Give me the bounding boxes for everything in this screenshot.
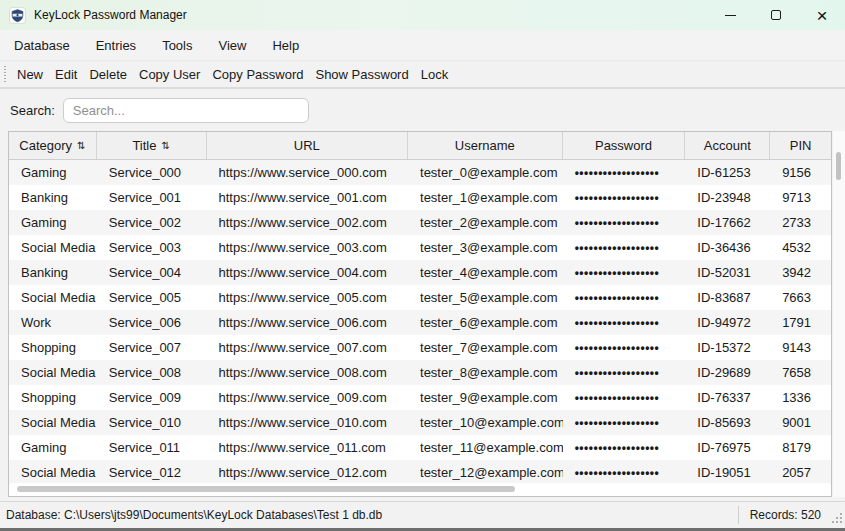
- cell-category: Social Media: [9, 465, 97, 480]
- cell-password: ••••••••••••••••••: [563, 441, 686, 455]
- cell-category: Gaming: [9, 215, 97, 230]
- vertical-scrollbar[interactable]: [833, 131, 845, 497]
- menubar: DatabaseEntriesToolsViewHelp: [0, 30, 845, 60]
- toolbar-lock-button[interactable]: Lock: [415, 63, 454, 86]
- cell-url: https://www.service_004.com: [207, 265, 408, 280]
- close-button[interactable]: ×: [799, 0, 845, 30]
- cell-category: Shopping: [9, 390, 97, 405]
- sort-icon: ⇅: [161, 140, 169, 151]
- search-label: Search:: [10, 103, 55, 118]
- cell-title: Service_000: [97, 165, 207, 180]
- table-row[interactable]: BankingService_001https://www.service_00…: [9, 185, 831, 210]
- table-row[interactable]: Social MediaService_012https://www.servi…: [9, 460, 831, 485]
- column-label: Title: [132, 138, 156, 153]
- cell-category: Social Media: [9, 415, 97, 430]
- menu-database[interactable]: Database: [2, 32, 82, 59]
- cell-title: Service_005: [97, 290, 207, 305]
- entries-table: Category⇅Title⇅URLUsernamePasswordAccoun…: [8, 131, 832, 497]
- menu-view[interactable]: View: [206, 32, 258, 59]
- column-label: Category: [19, 138, 72, 153]
- column-header-category[interactable]: Category⇅: [9, 132, 97, 159]
- table-row[interactable]: GamingService_000https://www.service_000…: [9, 160, 831, 185]
- table-row[interactable]: Social MediaService_003https://www.servi…: [9, 235, 831, 260]
- cell-username: tester_6@example.com: [408, 315, 563, 330]
- toolbar-copy-user-button[interactable]: Copy User: [133, 63, 206, 86]
- table-row[interactable]: GamingService_011https://www.service_011…: [9, 435, 831, 460]
- cell-pin: 8179: [770, 440, 831, 455]
- menu-entries[interactable]: Entries: [84, 32, 148, 59]
- horizontal-scrollbar[interactable]: [10, 483, 830, 495]
- cell-password: ••••••••••••••••••: [563, 466, 686, 480]
- cell-category: Social Media: [9, 290, 97, 305]
- cell-title: Service_010: [97, 415, 207, 430]
- cell-pin: 7663: [770, 290, 831, 305]
- column-header-account[interactable]: Account: [685, 132, 770, 159]
- toolbar-delete-button[interactable]: Delete: [83, 63, 133, 86]
- minimize-button[interactable]: [707, 0, 753, 30]
- cell-category: Social Media: [9, 365, 97, 380]
- resize-grip-icon[interactable]: [831, 502, 845, 528]
- table-row[interactable]: BankingService_004https://www.service_00…: [9, 260, 831, 285]
- cell-password: ••••••••••••••••••: [563, 266, 686, 280]
- search-input[interactable]: [63, 98, 309, 123]
- cell-title: Service_002: [97, 215, 207, 230]
- cell-pin: 1336: [770, 390, 831, 405]
- cell-title: Service_011: [97, 440, 207, 455]
- column-label: PIN: [790, 138, 812, 153]
- cell-username: tester_12@example.com: [408, 465, 563, 480]
- cell-username: tester_1@example.com: [408, 190, 563, 205]
- titlebar: KeyLock Password Manager ×: [0, 0, 845, 30]
- column-header-password[interactable]: Password: [563, 132, 686, 159]
- cell-account: ID-19051: [685, 465, 770, 480]
- cell-title: Service_008: [97, 365, 207, 380]
- cell-password: ••••••••••••••••••: [563, 366, 686, 380]
- table-row[interactable]: Social MediaService_005https://www.servi…: [9, 285, 831, 310]
- table-row[interactable]: GamingService_002https://www.service_002…: [9, 210, 831, 235]
- cell-password: ••••••••••••••••••: [563, 416, 686, 430]
- column-label: Account: [704, 138, 751, 153]
- cell-username: tester_10@example.com: [408, 415, 563, 430]
- table-header-row: Category⇅Title⇅URLUsernamePasswordAccoun…: [9, 132, 831, 160]
- toolbar-edit-button[interactable]: Edit: [49, 63, 83, 86]
- toolbar-gripper-icon[interactable]: [4, 66, 6, 83]
- cell-url: https://www.service_001.com: [207, 190, 408, 205]
- cell-username: tester_4@example.com: [408, 265, 563, 280]
- table-row[interactable]: ShoppingService_007https://www.service_0…: [9, 335, 831, 360]
- column-label: Username: [455, 138, 515, 153]
- table-row[interactable]: Social MediaService_008https://www.servi…: [9, 360, 831, 385]
- table-row[interactable]: Social MediaService_010https://www.servi…: [9, 410, 831, 435]
- cell-username: tester_3@example.com: [408, 240, 563, 255]
- column-header-username[interactable]: Username: [408, 132, 563, 159]
- cell-title: Service_007: [97, 340, 207, 355]
- cell-title: Service_003: [97, 240, 207, 255]
- maximize-icon: [771, 10, 781, 20]
- statusbar: Database: C:\Users\jts99\Documents\KeyLo…: [0, 501, 845, 528]
- cell-username: tester_11@example.com: [408, 440, 563, 455]
- toolbar-new-button[interactable]: New: [11, 63, 49, 86]
- table-row[interactable]: WorkService_006https://www.service_006.c…: [9, 310, 831, 335]
- cell-account: ID-61253: [685, 165, 770, 180]
- cell-account: ID-17662: [685, 215, 770, 230]
- cell-password: ••••••••••••••••••: [563, 316, 686, 330]
- column-header-pin[interactable]: PIN: [770, 132, 831, 159]
- cell-url: https://www.service_008.com: [207, 365, 408, 380]
- toolbar-copy-password-button[interactable]: Copy Password: [206, 63, 309, 86]
- cell-category: Banking: [9, 190, 97, 205]
- cell-password: ••••••••••••••••••: [563, 291, 686, 305]
- column-label: Password: [595, 138, 652, 153]
- table-row[interactable]: ShoppingService_009https://www.service_0…: [9, 385, 831, 410]
- maximize-button[interactable]: [753, 0, 799, 30]
- column-header-url[interactable]: URL: [207, 132, 409, 159]
- column-header-title[interactable]: Title⇅: [97, 132, 207, 159]
- toolbar-show-password-button[interactable]: Show Password: [309, 63, 414, 86]
- window-title: KeyLock Password Manager: [34, 8, 187, 22]
- cell-password: ••••••••••••••••••: [563, 241, 686, 255]
- vertical-scrollbar-thumb[interactable]: [836, 152, 841, 180]
- cell-pin: 3942: [770, 265, 831, 280]
- horizontal-scrollbar-thumb[interactable]: [17, 486, 515, 492]
- menu-tools[interactable]: Tools: [150, 32, 204, 59]
- cell-account: ID-85693: [685, 415, 770, 430]
- menu-help[interactable]: Help: [260, 32, 311, 59]
- cell-account: ID-76975: [685, 440, 770, 455]
- cell-pin: 9143: [770, 340, 831, 355]
